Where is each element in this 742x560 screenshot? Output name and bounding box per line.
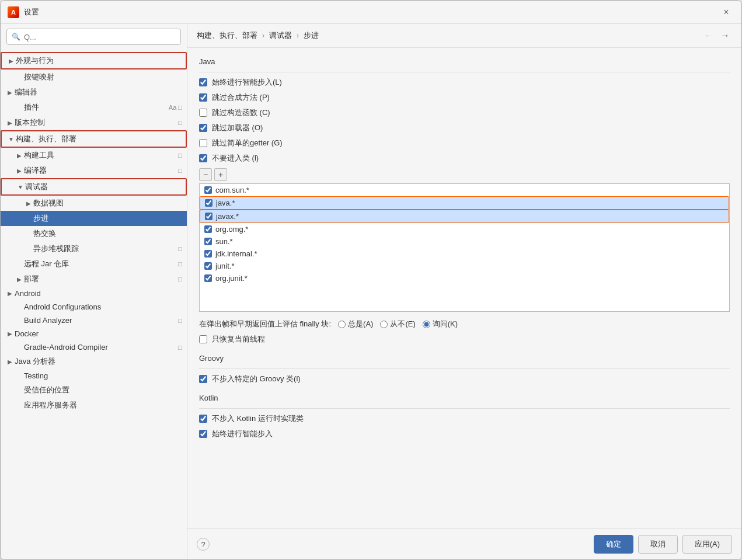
kotlin-smart-step-checkbox[interactable] (199, 430, 207, 438)
nav-back-button[interactable]: ← (702, 29, 716, 43)
list-item[interactable]: org.junit.* (200, 272, 729, 284)
badge: □ (178, 344, 182, 351)
nav-arrows: ← → (702, 29, 732, 43)
skip-synthetic-label: 跳过合成方法 (P) (212, 92, 270, 103)
sidebar-item-build-tools[interactable]: ▶ 构建工具 □ (1, 148, 187, 163)
remove-class-button[interactable]: − (199, 168, 212, 181)
help-button[interactable]: ? (197, 538, 210, 551)
sidebar-item-plugins[interactable]: 插件 Aa □ (1, 100, 187, 115)
badge: □ (178, 119, 182, 126)
list-item[interactable]: javax.* (200, 210, 729, 223)
skip-constructors-checkbox[interactable] (199, 109, 207, 117)
sidebar-item-keymap[interactable]: 按键映射 (1, 69, 187, 85)
do-not-step-checkbox[interactable] (199, 154, 207, 162)
no-groovy-row: 不步入特定的 Groovy 类(l) (199, 374, 730, 384)
eval-ask-radio[interactable] (423, 321, 430, 328)
class-checkbox[interactable] (205, 199, 213, 207)
sidebar-item-gradle-compiler[interactable]: Gradle-Android Compiler □ (1, 340, 187, 354)
sidebar-item-testing[interactable]: Testing (1, 369, 187, 382)
sidebar-item-vcs[interactable]: ▶ 版本控制 □ (1, 115, 187, 130)
eval-label: 在弹出帧和早期返回值上评估 finally 块: (199, 319, 331, 329)
class-name: junit.* (215, 262, 235, 270)
sidebar-item-build[interactable]: ▼ 构建、执行、部署 (1, 130, 187, 148)
sidebar-item-deploy[interactable]: ▶ 部署 □ (1, 272, 187, 287)
sidebar-item-remote-jar[interactable]: 远程 Jar 仓库 □ (1, 256, 187, 272)
sidebar-item-data-view[interactable]: ▶ 数据视图 (1, 196, 187, 211)
arrow-icon: ▶ (6, 58, 16, 64)
sidebar-item-label: 编辑器 (15, 87, 182, 98)
eval-never-group: 从不(E) (380, 319, 415, 329)
apply-button[interactable]: 应用(A) (682, 535, 732, 554)
sidebar-item-label: Docker (15, 329, 182, 338)
class-name: org.junit.* (215, 274, 248, 283)
sidebar-item-async-stack[interactable]: 异步堆栈跟踪 □ (1, 241, 187, 256)
sidebar-item-docker[interactable]: ▶ Docker (1, 327, 187, 340)
sidebar-item-label: 步进 (33, 213, 182, 224)
sidebar-item-java-analyzer[interactable]: ▶ Java 分析器 (1, 354, 187, 369)
class-checkbox[interactable] (204, 262, 212, 270)
badge: □ (178, 245, 182, 252)
sidebar-item-label: 版本控制 (15, 117, 176, 128)
list-item[interactable]: jdk.internal.* (200, 248, 729, 260)
arrow-icon: ▶ (5, 359, 15, 365)
confirm-button[interactable]: 确定 (594, 535, 633, 554)
arrow-icon: ▶ (15, 152, 24, 159)
add-class-button[interactable]: + (214, 168, 227, 181)
kotlin-section-title: Kotlin (199, 394, 730, 402)
sidebar-item-label: Android Configurations (24, 302, 182, 311)
breadcrumb-sep2: › (297, 32, 299, 40)
skip-synthetic-checkbox[interactable] (199, 93, 207, 102)
sidebar-item-editor[interactable]: ▶ 编辑器 (1, 85, 187, 100)
sidebar-item-debugger[interactable]: ▼ 调试器 (1, 178, 187, 196)
eval-never-radio[interactable] (380, 321, 388, 328)
sidebar-item-android-configs[interactable]: Android Configurations (1, 300, 187, 314)
class-checkbox[interactable] (204, 225, 212, 233)
search-box[interactable]: 🔍 (6, 29, 181, 45)
list-item[interactable]: org.omg.* (200, 223, 729, 235)
badge: Aa □ (169, 104, 182, 111)
sidebar-item-hot-swap[interactable]: 热交换 (1, 226, 187, 241)
class-name: javax.* (216, 212, 239, 221)
class-checkbox[interactable] (205, 213, 213, 220)
sidebar-item-trusted-location[interactable]: 受信任的位置 (1, 382, 187, 398)
cancel-button[interactable]: 取消 (638, 535, 678, 554)
sidebar-item-app-server[interactable]: 应用程序服务器 (1, 398, 187, 413)
eval-always-radio[interactable] (338, 321, 346, 328)
dialog-content: 🔍 ▶ 外观与行为 按键映射 ▶ 编辑器 插件 (1, 24, 741, 559)
no-kotlin-runtime-checkbox[interactable] (199, 415, 207, 423)
restore-thread-checkbox[interactable] (199, 335, 207, 343)
nav-forward-button[interactable]: → (718, 29, 732, 43)
list-item[interactable]: java.* (200, 196, 729, 210)
class-name: org.omg.* (215, 225, 248, 234)
sidebar-item-compiler[interactable]: ▶ 编译器 □ (1, 163, 187, 178)
arrow-icon: ▶ (5, 120, 15, 126)
list-item[interactable]: junit.* (200, 260, 729, 272)
badge: □ (178, 317, 182, 324)
sidebar-item-label: 远程 Jar 仓库 (24, 259, 176, 269)
smart-step-checkbox[interactable] (199, 78, 207, 86)
list-toolbar: − + (199, 168, 730, 181)
close-button[interactable]: × (718, 4, 734, 20)
no-kotlin-runtime-row: 不步入 Kotlin 运行时实现类 (199, 413, 730, 424)
sidebar-item-label: 数据视图 (33, 198, 182, 208)
breadcrumb-part2: 调试器 (269, 30, 292, 41)
sidebar-item-stepping[interactable]: 步进 (1, 211, 187, 226)
no-groovy-checkbox[interactable] (199, 375, 207, 383)
sidebar-item-label: Java 分析器 (15, 356, 182, 367)
sidebar-item-appearance[interactable]: ▶ 外观与行为 (1, 52, 187, 69)
class-checkbox[interactable] (204, 274, 212, 282)
class-checkbox[interactable] (204, 250, 212, 258)
app-icon: A (8, 6, 19, 18)
class-checkbox[interactable] (204, 238, 212, 245)
sidebar-item-build-analyzer[interactable]: Build Analyzer □ (1, 314, 187, 327)
breadcrumb-sep1: › (262, 32, 264, 40)
list-item[interactable]: sun.* (200, 235, 729, 248)
skip-classloaders-checkbox[interactable] (199, 124, 207, 132)
sidebar-item-android[interactable]: ▶ Android (1, 287, 187, 300)
search-input[interactable] (24, 33, 176, 41)
sidebar-item-label: 热交换 (33, 228, 182, 239)
skip-getter-checkbox[interactable] (199, 139, 207, 147)
class-checkbox[interactable] (204, 186, 212, 194)
list-item[interactable]: com.sun.* (200, 184, 729, 196)
arrow-icon: ▶ (5, 290, 15, 297)
